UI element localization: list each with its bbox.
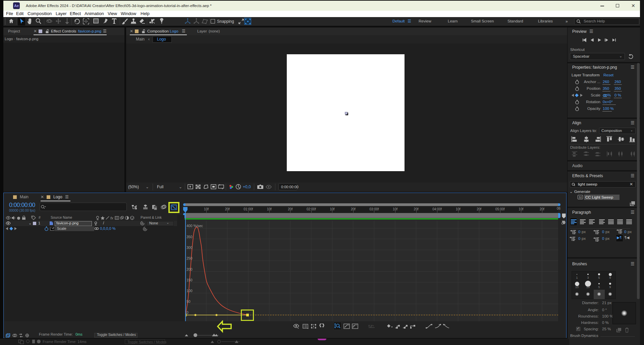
svg-text:fx: fx xyxy=(110,216,113,220)
svg-text:x,y=: x,y= xyxy=(368,324,374,327)
